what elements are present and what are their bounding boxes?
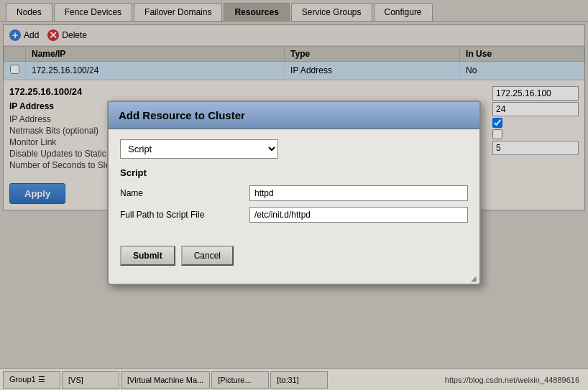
modal-label-name: Name xyxy=(120,188,249,198)
modal-label-script-path: Full Path to Script File xyxy=(120,210,249,220)
modal-cancel-button[interactable]: Cancel xyxy=(181,246,234,266)
modal-dialog: Add Resource to Cluster Script IP Addres… xyxy=(107,101,481,285)
modal-body: Script IP Address NFS Mount Filesystem O… xyxy=(109,129,479,238)
taskbar-item-vs[interactable]: [VS] xyxy=(62,371,119,389)
modal-input-script-path[interactable] xyxy=(249,207,468,223)
modal-field-script-path: Full Path to Script File xyxy=(120,207,468,223)
taskbar: Group1 ☰ [VS] [Virtual Machine Ma... [Pi… xyxy=(0,368,588,390)
resource-type-select[interactable]: Script IP Address NFS Mount Filesystem O… xyxy=(120,139,278,159)
modal-submit-button[interactable]: Submit xyxy=(120,246,175,266)
taskbar-item-to31[interactable]: [to:31] xyxy=(270,371,328,389)
modal-section-title: Script xyxy=(120,167,468,178)
modal-resize-handle[interactable]: ◢ xyxy=(109,273,479,284)
taskbar-item-group1[interactable]: Group1 ☰ xyxy=(3,371,60,389)
modal-field-name: Name xyxy=(120,185,468,201)
modal-select-row: Script IP Address NFS Mount Filesystem O… xyxy=(120,139,468,159)
modal-title: Add Resource to Cluster xyxy=(109,102,479,129)
modal-overlay: Add Resource to Cluster Script IP Addres… xyxy=(0,0,588,368)
taskbar-item-picture[interactable]: [Picture... xyxy=(211,371,269,389)
modal-input-name[interactable] xyxy=(249,185,468,201)
taskbar-status: https://blog.csdn.net/weixin_44889616 xyxy=(445,376,585,384)
taskbar-item-vm[interactable]: [Virtual Machine Ma... xyxy=(121,371,210,389)
modal-footer: Submit Cancel xyxy=(109,238,479,273)
